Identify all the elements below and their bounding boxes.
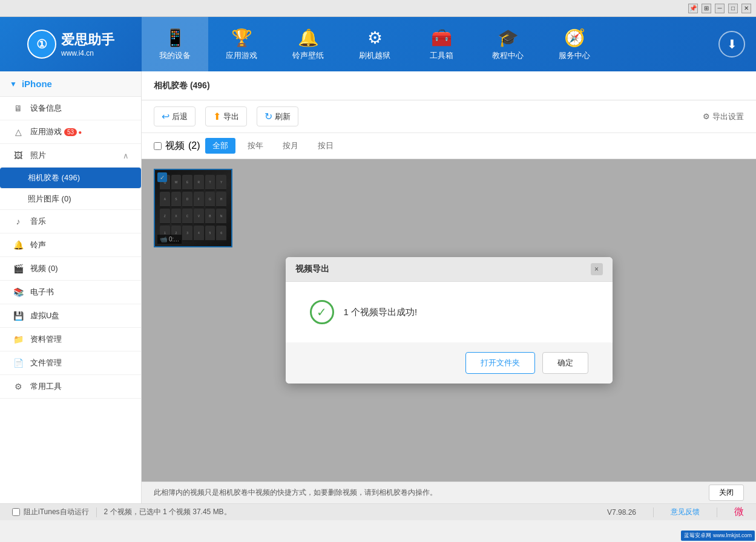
header: ① 爱思助手 www.i4.cn 📱 我的设备 🏆 应用游戏 🔔 铃声壁纸 ⚙ … xyxy=(0,17,756,71)
download-button[interactable]: ⬇ xyxy=(718,31,745,57)
success-icon: ✓ xyxy=(310,300,334,324)
export-button[interactable]: ⬆ 导出 xyxy=(205,106,247,126)
status-right: V7.98.26 意见反馈 微 xyxy=(607,506,744,518)
toolbar: ↩ 后退 ⬆ 导出 ↻ 刷新 ⚙ 导出设置 xyxy=(142,100,756,133)
nav-tools[interactable]: 🧰 工具箱 xyxy=(408,17,475,71)
filter-tab-year[interactable]: 按年 xyxy=(240,138,271,154)
nav-area: 📱 我的设备 🏆 应用游戏 🔔 铃声壁纸 ⚙ 刷机越狱 🧰 工具箱 🎓 教程中心… xyxy=(142,17,708,71)
sidebar-item-device-info[interactable]: 🖥 设备信息 xyxy=(0,97,141,120)
export-icon: ⬆ xyxy=(213,111,221,122)
sidebar-photos-label: 照片 xyxy=(30,150,46,161)
sidebar-item-music[interactable]: ♪ 音乐 xyxy=(0,210,141,233)
nav-tutorials[interactable]: 🎓 教程中心 xyxy=(475,17,541,71)
tools-icon: 🧰 xyxy=(431,28,452,48)
dialog-title-bar: 视频导出 × xyxy=(286,257,613,282)
data-manage-icon: 📁 xyxy=(12,335,24,344)
filter-bar: 视频 (2) 全部 按年 按月 按日 xyxy=(142,133,756,159)
nav-flash[interactable]: ⚙ 刷机越狱 xyxy=(341,17,408,71)
dialog-close-button[interactable]: × xyxy=(591,263,603,275)
sidebar-item-photo-library[interactable]: 照片图库 (0) xyxy=(0,189,141,210)
maximize-btn[interactable]: □ xyxy=(728,4,738,13)
sidebar-common-tools-label: 常用工具 xyxy=(30,381,62,392)
status-bar: 阻止iTunes自动运行 2 个视频，已选中 1 个视频 37.45 MB。 V… xyxy=(0,503,756,520)
sidebar-apps-label: 应用游戏 xyxy=(30,126,62,137)
sidebar-udisk-label: 虚拟U盘 xyxy=(30,310,59,321)
select-all-checkbox[interactable] xyxy=(154,142,162,150)
apps-badge: 53 xyxy=(64,128,77,136)
refresh-icon: ↻ xyxy=(265,111,272,122)
title-bar: 📌 ⊞ ─ □ ✕ xyxy=(0,0,756,17)
back-label: 后退 xyxy=(172,111,188,122)
itunes-label: 阻止iTunes自动运行 xyxy=(24,507,89,517)
nav-tutorials-label: 教程中心 xyxy=(492,50,524,61)
grid-btn[interactable]: ⊞ xyxy=(702,4,711,13)
expand-arrow-icon: ▼ xyxy=(10,80,17,88)
minimize-btn[interactable]: ─ xyxy=(715,4,725,13)
status-divider xyxy=(96,508,97,517)
dialog-body: ✓ 1 个视频导出成功! xyxy=(286,282,613,342)
sidebar-camera-roll-label: 相机胶卷 (496) xyxy=(28,172,80,183)
sidebar-item-file-manage[interactable]: 📄 文件管理 xyxy=(0,351,141,375)
sidebar-music-label: 音乐 xyxy=(30,216,46,227)
logo-icon: ① xyxy=(27,30,56,59)
sidebar-data-manage-label: 资料管理 xyxy=(30,334,62,345)
sidebar-item-apps[interactable]: △ 应用游戏 53 ● xyxy=(0,120,141,144)
nav-my-device-label: 我的设备 xyxy=(159,50,191,61)
dialog-message: 1 个视频导出成功! xyxy=(344,307,418,318)
bottom-info-bar: 此相簿内的视频只是相机胶卷中视频的快捷方式，如要删除视频，请到相机胶卷内操作。 … xyxy=(142,482,756,503)
video-icon: 🎬 xyxy=(12,264,24,273)
close-btn-title[interactable]: ✕ xyxy=(741,4,751,13)
refresh-button[interactable]: ↻ 刷新 xyxy=(257,106,298,126)
filter-tab-day[interactable]: 按日 xyxy=(311,138,341,154)
tutorials-icon: 🎓 xyxy=(498,28,519,48)
back-button[interactable]: ↩ 后退 xyxy=(154,106,196,126)
export-settings-btn[interactable]: ⚙ 导出设置 xyxy=(703,111,744,122)
nav-services[interactable]: 🧭 服务中心 xyxy=(541,17,608,71)
nav-apps-games[interactable]: 🏆 应用游戏 xyxy=(208,17,275,71)
sidebar-item-virtual-udisk[interactable]: 💾 虚拟U盘 xyxy=(0,304,141,328)
nav-ringtones[interactable]: 🔔 铃声壁纸 xyxy=(275,17,341,71)
filter-tab-all[interactable]: 全部 xyxy=(205,138,235,154)
close-info-button[interactable]: 关闭 xyxy=(709,485,744,501)
nav-ringtones-label: 铃声壁纸 xyxy=(292,50,324,61)
filter-tab-month[interactable]: 按月 xyxy=(275,138,306,154)
flash-icon: ⚙ xyxy=(367,28,383,48)
sidebar-item-ringtone[interactable]: 🔔 铃声 xyxy=(0,233,141,257)
dialog-footer: 打开文件夹 确定 xyxy=(286,342,613,384)
ringtone-icon: 🔔 xyxy=(298,28,319,48)
pin-btn[interactable]: 📌 xyxy=(688,4,698,13)
device-info-icon: 🖥 xyxy=(12,103,24,113)
watermark: 蓝莓安卓网 www.lmkjst.com xyxy=(681,531,755,541)
device-label: iPhone xyxy=(22,79,52,89)
content-header: 相机胶卷 (496) xyxy=(142,71,756,100)
ringtone-sidebar-icon: 🔔 xyxy=(12,240,24,250)
export-success-dialog: 视频导出 × ✓ 1 个视频导出成功! 打开文件夹 确定 xyxy=(286,257,613,384)
back-icon: ↩ xyxy=(162,111,169,122)
sidebar-item-data-manage[interactable]: 📁 资料管理 xyxy=(0,328,141,351)
confirm-button[interactable]: 确定 xyxy=(542,352,588,374)
nav-flash-label: 刷机越狱 xyxy=(359,50,390,61)
content-area: 相机胶卷 (496) ↩ 后退 ⬆ 导出 ↻ 刷新 ⚙ 导出设置 xyxy=(142,71,756,503)
sidebar-item-ebook[interactable]: 📚 电子书 xyxy=(0,281,141,304)
nav-my-device[interactable]: 📱 我的设备 xyxy=(142,17,208,71)
sidebar-item-photos[interactable]: 🖼 照片 ∧ xyxy=(0,144,141,168)
feedback-link[interactable]: 意见反馈 xyxy=(671,507,700,517)
media-grid: Q W E R T Y A S D F G H Z X C V B xyxy=(142,159,756,482)
file-manage-icon: 📄 xyxy=(12,358,24,368)
nav-apps-label: 应用游戏 xyxy=(226,50,257,61)
sidebar-item-camera-roll[interactable]: 相机胶卷 (496) xyxy=(0,168,141,189)
photos-icon: 🖼 xyxy=(12,151,24,160)
stats-text: 2 个视频，已选中 1 个视频 37.45 MB。 xyxy=(104,507,231,517)
open-folder-button[interactable]: 打开文件夹 xyxy=(465,352,535,374)
iphone-header[interactable]: ▼ iPhone xyxy=(0,71,141,97)
breadcrumb: 相机胶卷 (496) xyxy=(154,80,210,91)
apps-icon: 🏆 xyxy=(231,28,252,48)
select-all-area[interactable]: 视频 (2) xyxy=(154,140,200,152)
video-label: 视频 xyxy=(165,140,185,152)
sidebar-photo-library-label: 照片图库 (0) xyxy=(28,194,71,204)
sidebar-item-common-tools[interactable]: ⚙ 常用工具 xyxy=(0,375,141,399)
sidebar-item-video[interactable]: 🎬 视频 (0) xyxy=(0,257,141,281)
itunes-autorun-checkbox[interactable] xyxy=(12,508,20,516)
status-divider-3 xyxy=(717,508,717,517)
sidebar-video-label: 视频 (0) xyxy=(30,263,58,274)
